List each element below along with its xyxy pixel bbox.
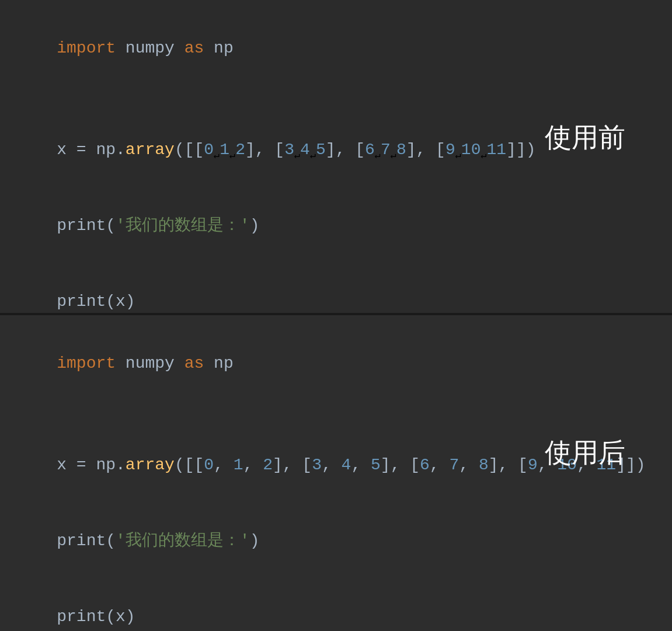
code-line-x-top: x = np.array([[0↵1↵2], [3↵4↵5], [6↵7↵8],… xyxy=(18,112,654,188)
kw-import-bottom: import xyxy=(57,354,116,372)
code-line-x-bottom: x = np.array([[0, 1, 2], [3, 4, 5], [6, … xyxy=(18,427,654,503)
bottom-panel: import numpy as np x = np.array([[0, 1, … xyxy=(0,315,672,631)
top-panel: import numpy as np x = np.array([[0↵1↵2]… xyxy=(0,0,672,315)
code-line-print1-bottom: print('我们的数组是：') xyxy=(18,503,654,579)
code-line-print1-top: print('我们的数组是：') xyxy=(18,188,654,264)
empty-line-2 xyxy=(18,402,654,427)
code-line-printx-top: print(x) xyxy=(18,264,654,315)
code-line-import-top: import numpy as np xyxy=(18,11,654,86)
empty-line-1 xyxy=(18,86,654,111)
code-line-printx-bottom: print(x) xyxy=(18,579,654,631)
kw-import-top: import xyxy=(57,39,116,57)
code-line-import-bottom: import numpy as np xyxy=(18,326,654,402)
